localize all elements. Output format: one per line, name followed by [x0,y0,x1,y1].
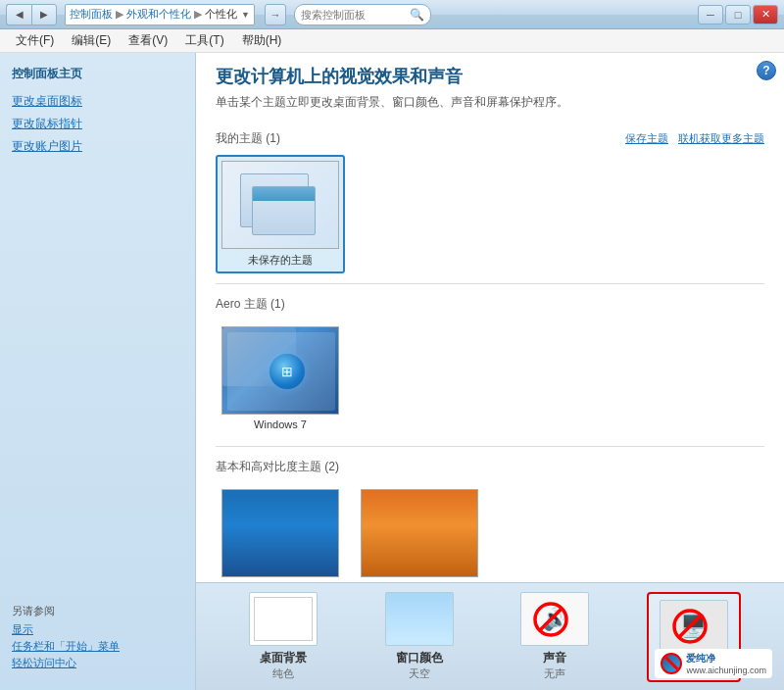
address-part1[interactable]: 控制面板 [70,7,113,22]
title-bar-left: ◀ ▶ 控制面板 ▶ 外观和个性化 ▶ 个性化 ▼ → 🔍 [6,4,431,25]
back-button[interactable]: ◀ [6,4,31,25]
sidebar-desktop-icons-link[interactable]: 更改桌面图标 [0,90,195,113]
win7-orb-icon: ⊞ [270,354,305,389]
watermark-slash [663,655,682,673]
desktop-bg-label: 桌面背景 [260,650,307,666]
minimize-button[interactable]: ─ [698,5,723,25]
sidebar-account-picture-link[interactable]: 更改账户图片 [0,135,195,158]
win7-preview-bg: ⊞ [222,327,339,415]
sidebar-taskbar-link[interactable]: 任务栏和「开始」菜单 [12,639,183,654]
themes-scroll-container: 我的主题 (1) 保存主题 联机获取更多主题 [196,119,784,582]
window: ◀ ▶ 控制面板 ▶ 外观和个性化 ▶ 个性化 ▼ → 🔍 ─ □ ✕ 文件 [0,0,784,690]
menu-help[interactable]: 帮助(H) [234,30,290,51]
window-color-sublabel: 天空 [409,666,430,681]
basic-theme-1-preview [221,489,339,577]
basic-themes-label: 基本和高对比度主题 (2) [216,459,339,475]
main-panel: ? 更改计算机上的视觉效果和声音 单击某个主题立即更改桌面背景、窗口颜色、声音和… [196,53,784,690]
aero-themes-section-label: Aero 主题 (1) [216,292,764,320]
sound-icon-box: 🔊 [520,592,589,646]
search-bar[interactable]: 🔍 [294,4,431,25]
my-themes-grid: 未保存的主题 [216,155,764,273]
unsaved-preview-bg [222,162,339,249]
my-themes-label: 我的主题 (1) [216,130,280,147]
online-themes-link[interactable]: 联机获取更多主题 [678,131,764,146]
main-subtitle: 单击某个主题立即更改桌面背景、窗口颜色、声音和屏幕保护程序。 [216,94,764,111]
desktop-bg-sublabel: 纯色 [272,666,294,681]
watermark-text: 爱纯净 www.aichunjing.com [686,652,766,675]
window-color-toolbar-item[interactable]: 窗口颜色 天空 [375,586,464,687]
menu-file[interactable]: 文件(F) [8,30,62,51]
sound-no-sign [530,599,571,640]
window-color-preview [390,597,449,641]
search-input[interactable] [301,9,410,21]
unsaved-theme-item[interactable]: 未保存的主题 [216,155,345,273]
maximize-button[interactable]: □ [725,5,751,25]
basic-theme-1-item[interactable]: 主题1 [216,483,345,582]
address-sep2: ▶ [194,8,202,21]
address-part2[interactable]: 外观和个性化 [126,7,191,22]
address-dropdown[interactable]: ▼ [241,10,250,20]
my-themes-section-label: 我的主题 (1) 保存主题 联机获取更多主题 [216,126,764,155]
section-divider-2 [216,446,764,447]
unsaved-window-front [252,186,316,235]
search-icon[interactable]: 🔍 [410,8,424,22]
nav-buttons: ◀ ▶ [6,4,57,25]
menu-bar: 文件(F) 编辑(E) 查看(V) 工具(T) 帮助(H) [0,29,784,53]
address-bar[interactable]: 控制面板 ▶ 外观和个性化 ▶ 个性化 ▼ [65,4,255,25]
basic-themes-section-label: 基本和高对比度主题 (2) [216,455,764,483]
main-header: 更改计算机上的视觉效果和声音 单击某个主题立即更改桌面背景、窗口颜色、声音和屏幕… [196,53,784,119]
desktop-bg-toolbar-item[interactable]: 桌面背景 纯色 [239,586,327,687]
screensaver-no-sign [669,606,710,647]
basic-theme-2-item[interactable]: 主题2 [355,483,484,582]
basic-orange-bg [362,490,478,577]
main-title: 更改计算机上的视觉效果和声音 [216,65,764,88]
go-button[interactable]: → [265,4,286,25]
unsaved-theme-label: 未保存的主题 [248,253,313,268]
menu-edit[interactable]: 编辑(E) [64,30,119,51]
watermark-line2: www.aichunjing.com [686,665,766,675]
sound-label: 声音 [543,650,566,666]
window-controls: ─ □ ✕ [698,5,778,25]
svg-line-3 [678,615,702,638]
win7-theme-preview: ⊞ [221,326,339,415]
window-color-icon-box [385,592,454,646]
window-color-label: 窗口颜色 [396,650,443,666]
basic-themes-grid: 主题1 主题2 [216,483,764,582]
desktop-bg-preview [254,597,313,641]
sidebar-mouse-pointer-link[interactable]: 更改鼠标指针 [0,113,195,135]
forward-button[interactable]: ▶ [31,4,57,25]
win7-theme-label: Windows 7 [254,419,307,430]
sidebar: 控制面板主页 更改桌面图标 更改鼠标指针 更改账户图片 另请参阅 显示 任务栏和… [0,53,196,690]
menu-tools[interactable]: 工具(T) [177,30,231,51]
menu-view[interactable]: 查看(V) [121,30,175,51]
screensaver-preview: 🖥️ [669,606,718,647]
win7-theme-item[interactable]: ⊞ Windows 7 [216,320,345,436]
basic-theme-2-preview [361,489,478,577]
content-area: 控制面板主页 更改桌面图标 更改鼠标指针 更改账户图片 另请参阅 显示 任务栏和… [0,53,784,690]
desktop-bg-icon-box [249,592,318,646]
basic-blue-bg [222,490,339,577]
title-bar: ◀ ▶ 控制面板 ▶ 外观和个性化 ▶ 个性化 ▼ → 🔍 ─ □ ✕ [0,0,784,29]
sidebar-accessibility-link[interactable]: 轻松访问中心 [12,656,183,670]
watermark-line1: 爱纯净 [686,652,766,665]
address-sep1: ▶ [116,8,123,21]
screensaver-icon-box: 🖥️ [660,600,728,654]
sidebar-also-title: 另请参阅 [12,604,183,618]
my-themes-actions: 保存主题 联机获取更多主题 [625,131,764,146]
sidebar-also-section: 另请参阅 显示 任务栏和「开始」菜单 轻松访问中心 [0,596,195,680]
sidebar-display-link[interactable]: 显示 [12,622,183,637]
address-part3: 个性化 [205,7,237,22]
help-button[interactable]: ? [757,61,776,80]
basic-theme-2-label: 主题2 [406,581,433,582]
unsaved-theme-preview [221,161,339,249]
basic-theme-1-label: 主题1 [267,581,294,582]
aero-themes-label: Aero 主题 (1) [216,296,285,313]
sound-preview: 🔊 [530,599,579,640]
sidebar-home-link[interactable]: 控制面板主页 [0,63,195,90]
themes-inner[interactable]: 我的主题 (1) 保存主题 联机获取更多主题 [196,119,784,582]
close-button[interactable]: ✕ [753,5,778,25]
sound-toolbar-item[interactable]: 🔊 声音 无声 [511,586,599,687]
watermark: 爱纯净 www.aichunjing.com [655,649,772,678]
save-theme-link[interactable]: 保存主题 [625,131,668,146]
svg-line-1 [539,608,563,631]
